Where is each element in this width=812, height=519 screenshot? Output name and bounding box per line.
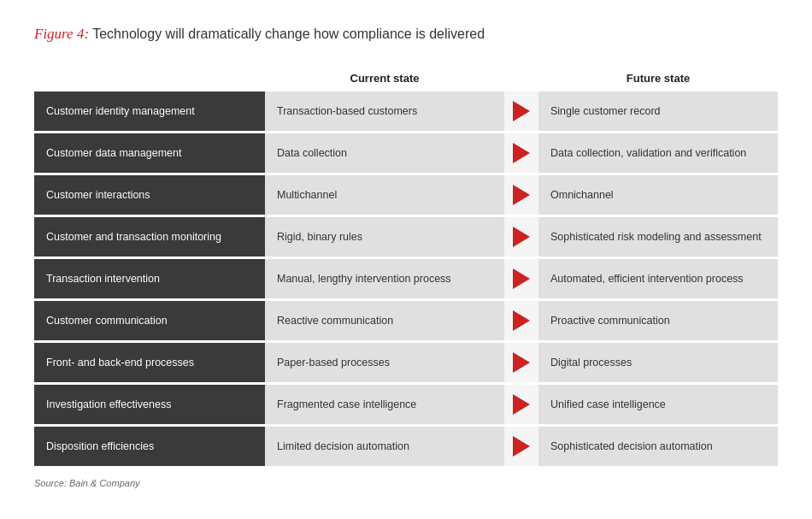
row-label-6: Front- and back-end processes: [34, 343, 265, 382]
row-future-5: Proactive communication: [538, 301, 778, 340]
row-label-7: Investigation effectiveness: [34, 385, 265, 424]
table-container: Current state Future state Customer iden…: [34, 68, 778, 466]
row-future-6: Digital processes: [538, 343, 778, 382]
table-row: Customer identity management Transaction…: [34, 91, 778, 131]
table-row: Customer data management Data collection…: [34, 133, 778, 173]
table-row: Front- and back-end processes Paper-base…: [34, 343, 778, 382]
row-arrow-5: [504, 301, 538, 340]
row-arrow-4: [504, 259, 538, 298]
arrow-icon-6: [513, 352, 530, 373]
row-future-3: Sophisticated risk modeling and assessme…: [538, 217, 778, 257]
row-arrow-1: [504, 133, 538, 173]
row-future-4: Automated, efficient intervention proces…: [538, 259, 778, 298]
row-arrow-2: [504, 175, 538, 215]
row-current-0: Transaction-based customers: [265, 91, 504, 131]
arrow-icon-5: [513, 310, 530, 331]
row-label-5: Customer communication: [34, 301, 265, 340]
row-label-1: Customer data management: [34, 133, 265, 173]
row-label-4: Transaction intervention: [34, 259, 265, 298]
arrow-icon-0: [513, 101, 530, 121]
arrow-icon-2: [513, 185, 530, 205]
row-current-8: Limited decision automation: [265, 427, 504, 466]
row-arrow-7: [504, 385, 538, 424]
row-current-4: Manual, lengthy intervention process: [265, 259, 504, 298]
row-future-0: Single customer record: [538, 91, 778, 131]
row-future-7: Unified case intelligence: [538, 385, 778, 424]
figure-description: Technology will dramatically change how …: [92, 27, 485, 41]
arrow-icon-3: [513, 227, 530, 247]
row-label-3: Customer and transaction monitoring: [34, 217, 265, 257]
arrow-icon-8: [513, 436, 530, 457]
table-row: Customer communication Reactive communic…: [34, 301, 778, 340]
row-future-2: Omnichannel: [538, 175, 778, 215]
row-future-8: Sophisticated decision automation: [538, 427, 778, 466]
table-row: Investigation effectiveness Fragmented c…: [34, 385, 778, 424]
row-label-0: Customer identity management: [34, 91, 265, 131]
row-current-1: Data collection: [265, 133, 504, 173]
current-state-header: Current state: [265, 68, 504, 88]
row-current-6: Paper-based processes: [265, 343, 504, 382]
table-body: Customer identity management Transaction…: [34, 91, 778, 466]
row-current-5: Reactive communication: [265, 301, 504, 340]
arrow-icon-1: [513, 143, 530, 163]
arrow-icon-7: [513, 394, 530, 415]
table-row: Disposition efficiencies Limited decisio…: [34, 427, 778, 466]
row-current-3: Rigid, binary rules: [265, 217, 504, 257]
row-arrow-0: [504, 91, 538, 131]
figure-title: Figure 4: Technology will dramatically c…: [34, 26, 778, 43]
row-arrow-6: [504, 343, 538, 382]
future-state-header: Future state: [538, 68, 778, 88]
row-current-2: Multichannel: [265, 175, 504, 215]
figure-label: Figure 4:: [34, 26, 89, 42]
source-citation: Source: Bain & Company: [34, 478, 778, 488]
row-label-8: Disposition efficiencies: [34, 427, 265, 466]
row-arrow-8: [504, 427, 538, 466]
row-label-2: Customer interactions: [34, 175, 265, 215]
table-header-row: Current state Future state: [34, 68, 778, 88]
row-arrow-3: [504, 217, 538, 257]
row-current-7: Fragmented case intelligence: [265, 385, 504, 424]
table-row: Customer and transaction monitoring Rigi…: [34, 217, 778, 257]
arrow-icon-4: [513, 268, 530, 289]
row-future-1: Data collection, validation and verifica…: [538, 133, 778, 173]
table-row: Transaction intervention Manual, lengthy…: [34, 259, 778, 298]
table-row: Customer interactions Multichannel Omnic…: [34, 175, 778, 215]
